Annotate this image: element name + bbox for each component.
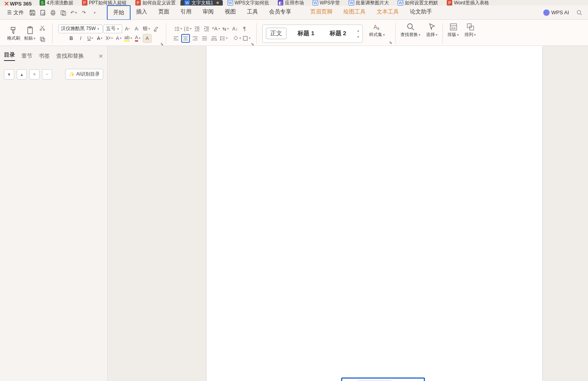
align-right-button[interactable]: [191, 34, 199, 43]
strikethrough-button[interactable]: A̶: [95, 34, 104, 43]
file-menu-button[interactable]: ☰ 文件: [4, 8, 27, 18]
menu-tab-text-tools[interactable]: 文本工具: [371, 5, 404, 20]
collapse-button[interactable]: ▴: [17, 69, 27, 80]
text-effects-button[interactable]: A: [114, 34, 123, 43]
page[interactable]: [207, 46, 542, 381]
align-left-button[interactable]: [172, 34, 180, 43]
menu-tab-review[interactable]: 审阅: [197, 5, 219, 20]
svg-line-8: [580, 14, 582, 15]
bullets-button[interactable]: [174, 25, 182, 33]
line-spacing-button[interactable]: [219, 34, 228, 43]
app-logo: ✕WPS 365: [4, 0, 32, 8]
search-button[interactable]: [575, 8, 584, 17]
svg-rect-14: [42, 38, 45, 42]
close-panel-button[interactable]: ✕: [99, 53, 103, 59]
align-center-button[interactable]: [181, 34, 190, 43]
shrink-font-button[interactable]: A-: [133, 25, 141, 33]
menu-tab-header-footer[interactable]: 页眉页脚: [305, 5, 338, 20]
grow-font-button[interactable]: A+: [123, 25, 132, 33]
borders-button[interactable]: [242, 34, 251, 43]
text-direction-button[interactable]: ᴬA: [212, 25, 220, 33]
select-button[interactable]: 选择▾: [425, 21, 439, 45]
menu-tab-drawing-tools[interactable]: 绘图工具: [338, 5, 371, 20]
italic-button[interactable]: I: [76, 34, 85, 43]
svg-point-11: [40, 29, 42, 30]
sort-button[interactable]: A↓: [231, 25, 239, 33]
workspace: 目录 章节 书签 查找和替换 ✕ ▾ ▴ ＋ － ✨ AI识别目录 页脚 ↲ ▤…: [0, 46, 588, 381]
doc-tab[interactable]: S4月清洗数据: [36, 0, 77, 6]
nav-panel-tabs: 目录 章节 书签 查找和替换 ✕: [4, 49, 103, 63]
menu-tab-view[interactable]: 视图: [219, 5, 241, 20]
nav-tab-chapters[interactable]: 章节: [21, 53, 32, 60]
show-marks-button[interactable]: ¶: [240, 25, 249, 33]
sparkle-icon: ✨: [69, 72, 75, 77]
nav-tab-find[interactable]: 查找和替换: [56, 53, 84, 60]
svg-point-56: [408, 24, 412, 28]
more-qat-button[interactable]: ▾: [89, 8, 99, 17]
layout-button[interactable]: A≡ 排版▾: [446, 21, 461, 45]
pinyin-button[interactable]: 㠷: [142, 25, 151, 33]
svg-rect-53: [243, 36, 247, 40]
ai-blob-icon: [543, 9, 550, 16]
underline-button[interactable]: U: [86, 34, 95, 43]
clipboard-icon: [25, 26, 35, 35]
style-scroll[interactable]: ▴▾: [357, 28, 359, 39]
expand-button[interactable]: ▾: [4, 69, 14, 80]
print-preview-button[interactable]: [38, 8, 47, 17]
slide-icon: P: [447, 0, 452, 6]
save-button[interactable]: [28, 8, 37, 17]
copy-button[interactable]: [38, 35, 47, 44]
style-h2[interactable]: 标题 2: [326, 28, 351, 39]
add-button[interactable]: ＋: [29, 69, 40, 80]
style-set-button[interactable]: Aa 样式集▾: [368, 21, 387, 45]
font-size-combo[interactable]: 五号▾: [103, 25, 122, 33]
arrange-button[interactable]: 排列▾: [463, 21, 478, 45]
paste-button[interactable]: 粘贴▾: [23, 25, 37, 42]
menu-tab-references[interactable]: 引用: [175, 5, 197, 20]
menu-tab-page[interactable]: 页面: [153, 5, 175, 20]
svg-point-18: [175, 28, 176, 29]
styles-dialog-launcher[interactable]: ⬊: [389, 40, 392, 45]
style-body[interactable]: 正文: [266, 28, 286, 39]
style-gallery[interactable]: 正文 标题 1 标题 2 ▴▾: [262, 25, 363, 43]
increase-indent-button[interactable]: [202, 25, 211, 33]
nav-tab-bookmarks[interactable]: 书签: [39, 53, 50, 60]
menu-tab-home[interactable]: 开始: [107, 5, 131, 20]
clear-format-button[interactable]: [152, 25, 160, 33]
document-area[interactable]: 页脚 ↲ ▤▾ # 插入页码 ▾ 工作项目↲: [108, 46, 588, 381]
wps-ai-button[interactable]: WPS AI: [540, 8, 572, 17]
brush-icon: [9, 26, 19, 35]
bold-button[interactable]: B: [67, 34, 76, 43]
highlight-button[interactable]: ab: [124, 34, 133, 43]
svg-point-12: [43, 29, 45, 30]
menu-tab-member[interactable]: 会员专享: [264, 5, 297, 20]
doc-tab[interactable]: PWord里插入表格: [443, 0, 493, 6]
format-brush-button[interactable]: 格式刷: [6, 25, 22, 42]
superscript-button[interactable]: X²: [105, 34, 114, 43]
sheet-icon: S: [40, 0, 45, 6]
export-button[interactable]: [59, 8, 68, 17]
nav-tab-toc[interactable]: 目录: [4, 51, 15, 61]
align-justify-button[interactable]: [200, 34, 209, 43]
find-replace-button[interactable]: 查找替换▾: [399, 21, 422, 45]
align-distribute-button[interactable]: [210, 34, 218, 43]
undo-button[interactable]: ↶▾: [69, 8, 78, 17]
numbering-button[interactable]: 123: [183, 25, 192, 33]
shading-button[interactable]: [233, 34, 241, 43]
cursor-icon: [427, 22, 437, 32]
font-name-combo[interactable]: 汉仪雅酷黑 75W▾: [58, 25, 102, 33]
font-color-button[interactable]: A: [133, 34, 142, 43]
decrease-indent-button[interactable]: [193, 25, 201, 33]
ai-detect-toc-button[interactable]: ✨ AI识别目录: [65, 69, 103, 80]
menu-tab-insert[interactable]: 插入: [131, 5, 153, 20]
remove-button[interactable]: －: [42, 69, 52, 80]
redo-button[interactable]: ↷: [79, 8, 89, 17]
menu-tab-thesis-helper[interactable]: 论文助手: [404, 5, 438, 20]
print-button[interactable]: [48, 8, 58, 17]
cut-button[interactable]: [38, 24, 47, 32]
menu-tab-tools[interactable]: 工具: [241, 5, 264, 20]
svg-text:a: a: [377, 26, 379, 30]
char-shading-button[interactable]: A: [143, 34, 152, 43]
style-h1[interactable]: 标题 1: [294, 28, 319, 39]
asian-layout-button[interactable]: ⇆: [221, 25, 230, 33]
